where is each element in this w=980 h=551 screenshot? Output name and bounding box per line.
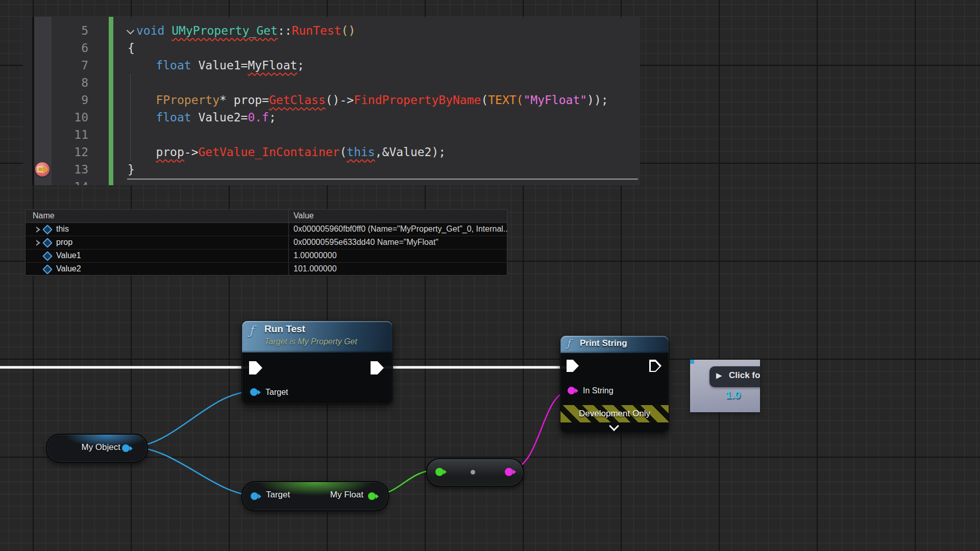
watch-row[interactable]: Value11.00000000 [26,249,507,263]
code-token [128,111,156,124]
target-input-pin[interactable] [250,388,258,396]
code-token: ; [269,111,276,124]
watch-variable-name: prop [56,238,72,247]
line-number: 9 [52,91,88,109]
code-line[interactable]: float Value1=MyFloat; [128,57,304,74]
node-title: Run Test [264,323,305,335]
watch-header-row: Name Value [26,210,507,223]
banner-label: Development Only [579,409,650,419]
code-token: RunTest [292,24,341,37]
exec-input-pin[interactable] [249,361,262,374]
watch-row[interactable]: prop0x00000595e633dd40 Name="MyFloat" [26,236,507,249]
node-run-test[interactable]: ƒ Run Test Target is My Property Get Tar… [241,320,393,405]
getter-float-output-pin[interactable] [368,492,376,500]
node-my-object[interactable]: My Object [46,434,148,463]
variable-icon [42,264,53,274]
code-token: )); [587,93,608,107]
line-number: 5 [52,22,88,39]
code-line[interactable]: prop->GetValue_InContainer(this,&Value2)… [128,143,446,161]
watch-variable-name: Value2 [56,264,81,273]
code-token: GetValue_InContainer [198,145,339,159]
code-token: ()-> [326,93,354,107]
code-token: :: [278,24,292,37]
code-line[interactable]: void UMyProperty_Get::RunTest() [128,22,355,39]
getter-target-input-pin[interactable] [251,492,258,500]
code-token: -> [184,145,199,159]
node-print-string[interactable]: ƒ Print String In String Development Onl… [560,335,669,433]
watch-header-name: Name [33,211,55,220]
code-token: ; [297,59,304,72]
node-subtitle: Target is My Property Get [264,337,357,346]
code-token: FProperty [156,93,219,107]
in-string-pin-label: In String [583,386,614,395]
function-icon: ƒ [249,323,254,338]
expand-chevron-icon[interactable] [610,422,618,432]
code-editor-panel[interactable]: 567891011121314 void UMyProperty_Get::Ru… [23,17,640,185]
conversion-float-input-pin[interactable] [435,468,444,476]
getter-target-label: Target [266,490,290,500]
editor-scrollbar[interactable] [127,179,638,180]
target-pin-label: Target [265,388,288,397]
run-test-header[interactable]: ƒ Run Test Target is My Property Get [242,321,393,353]
change-tracking-bar [109,17,113,185]
print-string-header[interactable]: ƒ Print String [560,336,669,353]
watch-row[interactable]: Value2101.000000 [26,263,507,276]
current-statement-marker-icon[interactable] [35,162,50,177]
code-token: this [347,145,375,159]
click-for-button[interactable]: ▶ Click fo [709,366,760,387]
getter-output-label: My Float [330,490,363,500]
code-token: ,&Value2); [375,145,446,159]
node-get-my-float[interactable]: Target My Float [241,481,389,511]
watch-variable-value: 1.00000000 [293,251,337,260]
line-number: 13 [52,161,88,178]
line-number: 10 [52,109,88,126]
in-string-input-pin[interactable] [568,387,575,394]
watch-row[interactable]: this0x000005960fbf0ff0 (Name="MyProperty… [26,223,507,236]
development-only-banner: Development Only [560,405,669,422]
exec-output-pin[interactable] [371,361,384,374]
exec-output-pin[interactable] [649,360,662,372]
code-token: 0.f [248,111,269,124]
expand-arrow-icon[interactable] [32,240,36,246]
node-title: Print String [580,338,627,348]
line-number: 6 [52,39,88,57]
breakpoint-margin[interactable] [34,17,52,185]
code-token: Value2= [191,111,248,124]
code-token: prop [156,145,184,159]
node-float-to-string-conversion[interactable] [426,458,524,487]
watch-panel[interactable]: Name Value this0x000005960fbf0ff0 (Name=… [25,209,507,276]
code-token: MyFloat [248,59,297,72]
watch-variable-name: this [56,224,69,234]
variable-icon [42,251,53,261]
code-token: GetClass [269,93,326,107]
watch-variable-value: 0x000005960fbf0ff0 (Name="MyProperty_Get… [293,224,508,234]
watch-corner-icon [690,360,694,364]
code-line[interactable]: FProperty* prop=GetClass()->FindProperty… [128,91,608,109]
conversion-string-output-pin[interactable] [505,468,513,476]
watch-header-value: Value [293,211,314,220]
object-wire-to-runtest-target [131,392,251,447]
code-line[interactable]: } [128,161,135,178]
code-token: TEXT( [488,93,523,107]
expand-arrow-icon[interactable] [32,227,36,233]
fold-chevron-icon[interactable] [127,27,135,35]
debug-value: 1.0 [726,389,741,401]
object-wire-to-getter-target [131,447,255,495]
code-token: float [156,111,191,124]
code-token: { [128,41,135,55]
variable-icon [42,224,53,235]
code-token: FindPropertyByName [354,93,481,107]
line-number: 8 [52,74,88,91]
line-number: 7 [52,57,88,74]
code-token: void [136,24,172,37]
code-line[interactable]: float Value2=0.f; [128,109,276,126]
code-token [128,145,156,159]
code-token: ( [339,145,347,159]
line-number: 12 [52,143,88,161]
code-line[interactable]: { [128,39,135,57]
code-token: float [156,59,191,72]
my-object-output-pin[interactable] [122,444,130,452]
exec-input-pin[interactable] [567,360,579,372]
code-token: * prop= [219,93,269,107]
blueprint-graph-canvas[interactable]: ƒ Run Test Target is My Property Get Tar… [0,0,980,551]
